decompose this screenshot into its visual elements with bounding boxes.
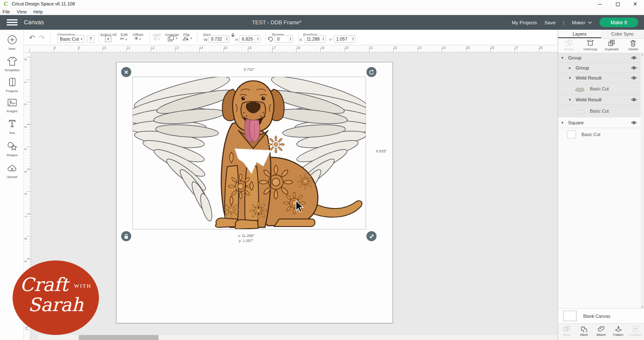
canvas-color-swatch[interactable]	[563, 311, 576, 321]
rotate-icon[interactable]	[267, 36, 273, 42]
ruler-horizontal: 8910111213141516171819202122232425262728	[24, 45, 558, 53]
lock-selection-handle[interactable]	[121, 231, 131, 241]
scroll-up-icon[interactable]: ▲	[641, 53, 644, 56]
horizontal-scrollbar[interactable]	[38, 335, 558, 340]
eye-visibility-icon[interactable]	[631, 120, 637, 126]
minimize-button[interactable]	[591, 0, 609, 8]
height-input[interactable]: 6.825 ▲▼	[239, 35, 260, 43]
canvas-page-label[interactable]: Canvas	[24, 19, 44, 26]
position-y-stepper[interactable]: ▲▼	[351, 36, 355, 42]
tab-color-sync[interactable]: Color Sync	[601, 30, 644, 38]
sidebar-item-projects[interactable]: Projects	[0, 77, 24, 93]
sidebar-item-upload[interactable]: Upload	[0, 164, 24, 179]
wings-thumbnail	[574, 85, 586, 93]
layer-list: ▾ Group ▸ Group ▾ Weld Result Basic Cut …	[558, 53, 641, 141]
position-y-input[interactable]: 1.057 ▲▼	[334, 35, 356, 43]
blank-canvas-label: Blank Canvas	[583, 314, 610, 319]
height-stepper[interactable]: ▲▼	[255, 36, 260, 42]
layers-scrollbar[interactable]: ▲ ▼	[641, 53, 644, 308]
layer-row-basic-cut-3[interactable]: Basic Cut	[558, 128, 641, 141]
layer-row-square[interactable]: ▾ Square	[558, 117, 641, 128]
ungroup-icon	[587, 40, 594, 46]
menu-help[interactable]: Help	[33, 9, 43, 14]
horizontal-scrollbar-thumb[interactable]	[79, 335, 158, 340]
sidebar-item-shapes[interactable]: Shapes	[0, 141, 24, 157]
layer-row-weld-result-1[interactable]: ▾ Weld Result	[558, 73, 641, 83]
chevron-down-icon[interactable]: ▾	[569, 76, 573, 80]
chevron-down-icon[interactable]: ▾	[561, 121, 566, 125]
contour-button: Contour	[627, 324, 644, 340]
layer-row-subgroup[interactable]: ▸ Group	[558, 63, 641, 73]
window-titlebar: C Cricut Design Space v6.11.108 ✕	[0, 0, 644, 8]
rotate-arrow-icon	[369, 70, 374, 75]
arrange-icon[interactable]	[168, 36, 174, 42]
size-lock-icon[interactable]	[231, 33, 235, 37]
eye-visibility-icon[interactable]	[631, 75, 637, 81]
operation-help-button[interactable]: ?	[87, 35, 94, 43]
selection-x-position-label: x: 11.288"	[231, 234, 261, 238]
save-link[interactable]: Save	[545, 20, 556, 25]
sidebar-item-label: Templates	[0, 68, 24, 72]
machine-select[interactable]: Maker	[572, 20, 592, 25]
rotate-selection-handle[interactable]	[366, 67, 377, 77]
selection-width-label: 9.732"	[236, 67, 262, 72]
redo-button[interactable]: ↷	[39, 33, 45, 42]
machine-label: Maker	[572, 20, 585, 25]
width-stepper[interactable]: ▲▼	[224, 36, 229, 42]
edit-scissors-icon[interactable]: ✂▾	[120, 36, 127, 42]
layer-row-weld-result-2[interactable]: ▾ Weld Result	[558, 95, 641, 105]
canvas-area[interactable]: 0123456789101112	[24, 53, 558, 340]
rotate-stepper[interactable]: ▲▼	[288, 36, 293, 42]
select-all-icon[interactable]	[105, 36, 112, 42]
minimize-icon	[598, 4, 602, 5]
attach-button[interactable]: Attach	[592, 324, 610, 340]
menu-file[interactable]: File	[3, 9, 10, 14]
offset-icon[interactable]: ✳▾	[134, 36, 141, 41]
delete-button[interactable]: Delete	[623, 39, 644, 53]
selection-bounding-box[interactable]	[132, 77, 366, 229]
close-button[interactable]: ✕	[626, 0, 644, 8]
app-header: Canvas TEST - DDB Frame* My Projects Sav…	[0, 15, 644, 30]
menu-view[interactable]: View	[17, 9, 27, 14]
sidebar-item-templates[interactable]: Templates	[0, 56, 24, 72]
my-projects-link[interactable]: My Projects	[512, 20, 537, 25]
eye-visibility-icon[interactable]	[631, 65, 637, 71]
rotate-input[interactable]: 0 ▲▼	[275, 35, 293, 43]
duplicate-button[interactable]: Duplicate	[601, 39, 623, 53]
chevron-down-icon[interactable]: ▾	[569, 98, 573, 102]
hamburger-menu-icon[interactable]	[7, 18, 18, 26]
arrange-caret-icon[interactable]: ▾	[175, 36, 177, 40]
layer-row-basic-cut-2[interactable]: Basic Cut	[558, 105, 641, 117]
layer-row-basic-cut-1[interactable]: Basic Cut	[558, 83, 641, 95]
layer-row-group[interactable]: ▾ Group	[558, 53, 641, 63]
position-x-stepper[interactable]: ▲▼	[321, 36, 325, 42]
tab-layers[interactable]: Layers	[558, 30, 601, 38]
flip-caret-icon[interactable]: ▾	[190, 36, 192, 40]
ungroup-button[interactable]: UnGroup	[579, 39, 601, 53]
sidebar-item-text[interactable]: T Text	[0, 119, 24, 135]
undo-button[interactable]: ↶	[29, 33, 35, 42]
width-label: W	[204, 37, 208, 42]
sidebar-item-images[interactable]: Images	[0, 98, 24, 113]
shapes-icon	[7, 141, 18, 151]
eye-visibility-icon[interactable]	[631, 55, 637, 61]
logo-craft-text: Craft	[20, 274, 68, 295]
position-x-input[interactable]: 11.288 ▲▼	[304, 35, 326, 43]
make-it-button[interactable]: Make It	[600, 18, 638, 27]
flatten-button[interactable]: Flatten	[610, 324, 627, 340]
maximize-button[interactable]	[609, 0, 626, 8]
blank-canvas-row[interactable]: Blank Canvas	[558, 308, 644, 323]
eye-visibility-icon[interactable]	[631, 97, 637, 103]
width-input[interactable]: 9.732 ▲▼	[208, 35, 229, 43]
flip-icon[interactable]	[182, 36, 189, 42]
cricut-logo-icon: C	[4, 2, 9, 7]
chevron-right-icon[interactable]: ▸	[569, 66, 573, 70]
delete-selection-handle[interactable]: ✕	[121, 67, 131, 77]
weld-button[interactable]: Weld	[575, 324, 592, 340]
operation-dropdown[interactable]: Basic Cut ▼	[57, 35, 84, 43]
duplicate-icon	[608, 40, 615, 46]
sidebar-item-new[interactable]: New	[0, 35, 24, 51]
chevron-down-icon[interactable]: ▾	[561, 56, 566, 60]
resize-selection-handle[interactable]	[366, 231, 377, 241]
sidebar-item-label: New	[0, 47, 24, 51]
